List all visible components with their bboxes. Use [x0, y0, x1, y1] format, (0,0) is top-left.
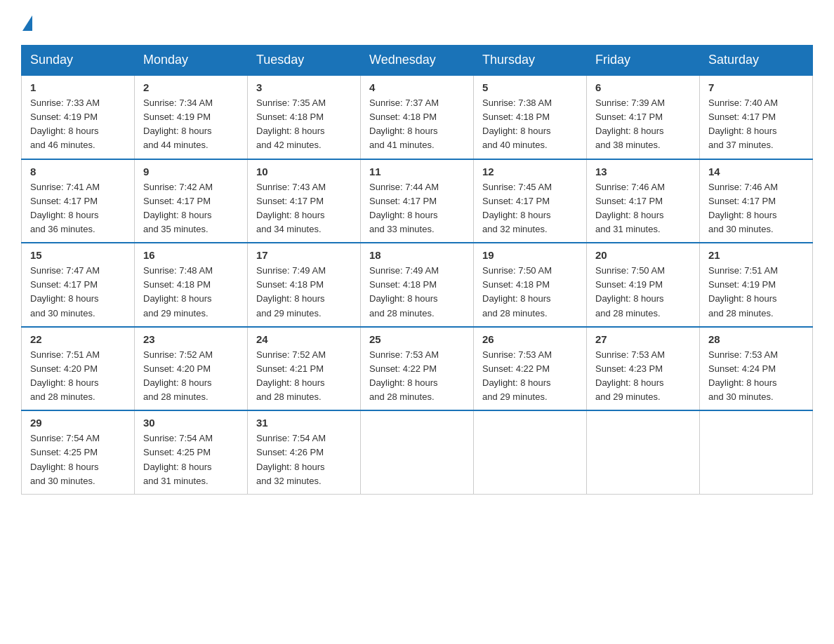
calendar-cell: 11 Sunrise: 7:44 AM Sunset: 4:17 PM Dayl… [361, 159, 474, 243]
calendar-cell: 12 Sunrise: 7:45 AM Sunset: 4:17 PM Dayl… [474, 159, 587, 243]
calendar-cell: 1 Sunrise: 7:33 AM Sunset: 4:19 PM Dayli… [22, 75, 135, 159]
week-row-4: 22 Sunrise: 7:51 AM Sunset: 4:20 PM Dayl… [22, 327, 813, 411]
day-number: 25 [369, 333, 465, 345]
day-info: Sunrise: 7:33 AM Sunset: 4:19 PM Dayligh… [30, 96, 126, 153]
weekday-header-thursday: Thursday [474, 46, 587, 76]
day-number: 30 [143, 417, 239, 429]
day-number: 14 [708, 166, 804, 177]
calendar-cell: 13 Sunrise: 7:46 AM Sunset: 4:17 PM Dayl… [587, 159, 700, 243]
calendar-cell [587, 410, 700, 494]
calendar-cell: 15 Sunrise: 7:47 AM Sunset: 4:17 PM Dayl… [22, 243, 135, 327]
day-info: Sunrise: 7:45 AM Sunset: 4:17 PM Dayligh… [482, 180, 578, 237]
calendar-table: SundayMondayTuesdayWednesdayThursdayFrid… [21, 45, 813, 495]
calendar-cell: 14 Sunrise: 7:46 AM Sunset: 4:17 PM Dayl… [700, 159, 813, 243]
day-info: Sunrise: 7:54 AM Sunset: 4:26 PM Dayligh… [256, 431, 352, 488]
day-number: 6 [595, 81, 691, 93]
calendar-cell: 6 Sunrise: 7:39 AM Sunset: 4:17 PM Dayli… [587, 75, 700, 159]
day-info: Sunrise: 7:53 AM Sunset: 4:22 PM Dayligh… [369, 348, 465, 405]
day-number: 13 [595, 166, 691, 177]
weekday-header-friday: Friday [587, 46, 700, 76]
day-info: Sunrise: 7:46 AM Sunset: 4:17 PM Dayligh… [595, 180, 691, 237]
day-number: 29 [30, 417, 126, 429]
day-number: 15 [30, 249, 126, 261]
day-info: Sunrise: 7:41 AM Sunset: 4:17 PM Dayligh… [30, 180, 126, 237]
logo [21, 14, 32, 31]
calendar-cell: 2 Sunrise: 7:34 AM Sunset: 4:19 PM Dayli… [135, 75, 248, 159]
day-info: Sunrise: 7:51 AM Sunset: 4:20 PM Dayligh… [30, 348, 126, 405]
day-number: 26 [482, 333, 578, 345]
day-number: 19 [482, 249, 578, 261]
day-number: 17 [256, 249, 352, 261]
day-info: Sunrise: 7:53 AM Sunset: 4:24 PM Dayligh… [708, 348, 804, 405]
day-number: 27 [595, 333, 691, 345]
calendar-cell: 25 Sunrise: 7:53 AM Sunset: 4:22 PM Dayl… [361, 327, 474, 411]
calendar-cell [474, 410, 587, 494]
calendar-cell: 23 Sunrise: 7:52 AM Sunset: 4:20 PM Dayl… [135, 327, 248, 411]
day-number: 28 [708, 333, 804, 345]
calendar-cell: 7 Sunrise: 7:40 AM Sunset: 4:17 PM Dayli… [700, 75, 813, 159]
day-number: 22 [30, 333, 126, 345]
day-info: Sunrise: 7:53 AM Sunset: 4:22 PM Dayligh… [482, 348, 578, 405]
day-number: 7 [708, 81, 804, 93]
day-number: 2 [143, 81, 239, 93]
calendar-cell: 4 Sunrise: 7:37 AM Sunset: 4:18 PM Dayli… [361, 75, 474, 159]
day-info: Sunrise: 7:49 AM Sunset: 4:18 PM Dayligh… [369, 264, 465, 321]
calendar-cell: 18 Sunrise: 7:49 AM Sunset: 4:18 PM Dayl… [361, 243, 474, 327]
calendar-cell: 16 Sunrise: 7:48 AM Sunset: 4:18 PM Dayl… [135, 243, 248, 327]
day-number: 5 [482, 81, 578, 93]
calendar-cell [700, 410, 813, 494]
week-row-3: 15 Sunrise: 7:47 AM Sunset: 4:17 PM Dayl… [22, 243, 813, 327]
calendar-cell: 19 Sunrise: 7:50 AM Sunset: 4:18 PM Dayl… [474, 243, 587, 327]
day-info: Sunrise: 7:43 AM Sunset: 4:17 PM Dayligh… [256, 180, 352, 237]
day-info: Sunrise: 7:51 AM Sunset: 4:19 PM Dayligh… [708, 264, 804, 321]
page-header [21, 14, 813, 31]
day-info: Sunrise: 7:54 AM Sunset: 4:25 PM Dayligh… [30, 431, 126, 488]
day-info: Sunrise: 7:50 AM Sunset: 4:19 PM Dayligh… [595, 264, 691, 321]
day-number: 8 [30, 166, 126, 177]
day-info: Sunrise: 7:50 AM Sunset: 4:18 PM Dayligh… [482, 264, 578, 321]
day-info: Sunrise: 7:48 AM Sunset: 4:18 PM Dayligh… [143, 264, 239, 321]
day-info: Sunrise: 7:42 AM Sunset: 4:17 PM Dayligh… [143, 180, 239, 237]
day-info: Sunrise: 7:49 AM Sunset: 4:18 PM Dayligh… [256, 264, 352, 321]
calendar-cell: 27 Sunrise: 7:53 AM Sunset: 4:23 PM Dayl… [587, 327, 700, 411]
day-info: Sunrise: 7:54 AM Sunset: 4:25 PM Dayligh… [143, 431, 239, 488]
day-info: Sunrise: 7:35 AM Sunset: 4:18 PM Dayligh… [256, 96, 352, 153]
calendar-cell: 3 Sunrise: 7:35 AM Sunset: 4:18 PM Dayli… [248, 75, 361, 159]
day-info: Sunrise: 7:46 AM Sunset: 4:17 PM Dayligh… [708, 180, 804, 237]
week-row-5: 29 Sunrise: 7:54 AM Sunset: 4:25 PM Dayl… [22, 410, 813, 494]
calendar-cell: 30 Sunrise: 7:54 AM Sunset: 4:25 PM Dayl… [135, 410, 248, 494]
day-number: 20 [595, 249, 691, 261]
day-number: 23 [143, 333, 239, 345]
day-number: 18 [369, 249, 465, 261]
day-number: 24 [256, 333, 352, 345]
calendar-cell: 29 Sunrise: 7:54 AM Sunset: 4:25 PM Dayl… [22, 410, 135, 494]
day-info: Sunrise: 7:47 AM Sunset: 4:17 PM Dayligh… [30, 264, 126, 321]
calendar-cell: 21 Sunrise: 7:51 AM Sunset: 4:19 PM Dayl… [700, 243, 813, 327]
day-number: 9 [143, 166, 239, 177]
day-number: 10 [256, 166, 352, 177]
weekday-header-tuesday: Tuesday [248, 46, 361, 76]
day-number: 12 [482, 166, 578, 177]
calendar-cell: 5 Sunrise: 7:38 AM Sunset: 4:18 PM Dayli… [474, 75, 587, 159]
day-info: Sunrise: 7:39 AM Sunset: 4:17 PM Dayligh… [595, 96, 691, 153]
logo-triangle-icon [22, 15, 32, 31]
calendar-cell: 31 Sunrise: 7:54 AM Sunset: 4:26 PM Dayl… [248, 410, 361, 494]
calendar-cell: 26 Sunrise: 7:53 AM Sunset: 4:22 PM Dayl… [474, 327, 587, 411]
weekday-header-wednesday: Wednesday [361, 46, 474, 76]
day-info: Sunrise: 7:40 AM Sunset: 4:17 PM Dayligh… [708, 96, 804, 153]
day-info: Sunrise: 7:37 AM Sunset: 4:18 PM Dayligh… [369, 96, 465, 153]
week-row-2: 8 Sunrise: 7:41 AM Sunset: 4:17 PM Dayli… [22, 159, 813, 243]
day-info: Sunrise: 7:44 AM Sunset: 4:17 PM Dayligh… [369, 180, 465, 237]
calendar-cell: 10 Sunrise: 7:43 AM Sunset: 4:17 PM Dayl… [248, 159, 361, 243]
calendar-cell: 9 Sunrise: 7:42 AM Sunset: 4:17 PM Dayli… [135, 159, 248, 243]
weekday-header-sunday: Sunday [22, 46, 135, 76]
day-info: Sunrise: 7:53 AM Sunset: 4:23 PM Dayligh… [595, 348, 691, 405]
calendar-cell: 28 Sunrise: 7:53 AM Sunset: 4:24 PM Dayl… [700, 327, 813, 411]
weekday-header-row: SundayMondayTuesdayWednesdayThursdayFrid… [22, 46, 813, 76]
calendar-cell: 17 Sunrise: 7:49 AM Sunset: 4:18 PM Dayl… [248, 243, 361, 327]
calendar-cell: 22 Sunrise: 7:51 AM Sunset: 4:20 PM Dayl… [22, 327, 135, 411]
day-info: Sunrise: 7:52 AM Sunset: 4:20 PM Dayligh… [143, 348, 239, 405]
day-number: 31 [256, 417, 352, 429]
day-info: Sunrise: 7:34 AM Sunset: 4:19 PM Dayligh… [143, 96, 239, 153]
day-number: 1 [30, 81, 126, 93]
